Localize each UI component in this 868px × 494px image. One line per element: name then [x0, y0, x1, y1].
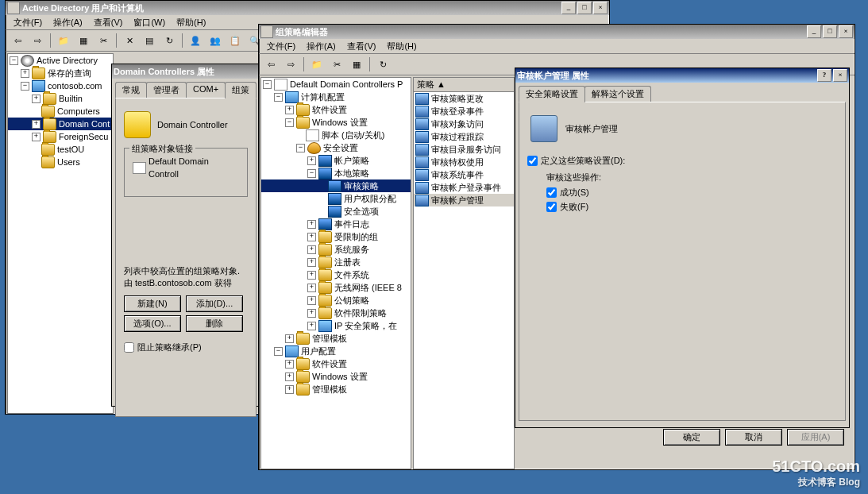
new-button[interactable]: 新建(N) — [124, 295, 181, 312]
tree-item[interactable]: +公钥策略 — [261, 294, 411, 307]
tab[interactable]: COM+ — [186, 82, 226, 98]
tool-icon[interactable]: 👤 — [186, 32, 205, 49]
success-checkbox[interactable]: 成功(S) — [546, 187, 837, 199]
policy-list-item[interactable]: 审核登录事件 — [414, 105, 514, 118]
tab[interactable]: 安全策略设置 — [519, 86, 585, 102]
tree-item[interactable]: +文件系统 — [261, 268, 411, 281]
list-header[interactable]: 策略 ▲ — [414, 78, 514, 92]
titlebar-audit-props[interactable]: 审核帐户管理 属性 ? × — [515, 68, 849, 83]
tool-icon-2[interactable]: 👥 — [206, 32, 225, 49]
policy-list-item[interactable]: 审核特权使用 — [414, 156, 514, 168]
tree-item[interactable]: +管理模板 — [261, 332, 411, 345]
expand-icon[interactable]: + — [32, 120, 41, 129]
up-icon[interactable]: 📁 — [54, 32, 73, 49]
expand-icon[interactable] — [318, 183, 326, 190]
tree-item[interactable]: +系统服务 — [261, 243, 411, 256]
maximize-button[interactable]: □ — [823, 25, 837, 38]
policy-list[interactable]: 策略 ▲ 审核策略更改审核登录事件审核对象访问审核过程跟踪审核目录服务访问审核特… — [413, 77, 515, 469]
expand-icon[interactable]: + — [307, 220, 316, 229]
expand-icon[interactable]: − — [296, 144, 305, 152]
minimize-button[interactable]: _ — [561, 2, 576, 14]
policy-list-item[interactable]: 审核策略更改 — [414, 92, 514, 105]
expand-icon[interactable]: − — [274, 347, 283, 356]
tree-item[interactable]: −用户配置 — [261, 345, 411, 357]
expand-icon[interactable]: + — [285, 360, 294, 369]
tree-item[interactable]: −计算机配置 — [261, 91, 411, 103]
expand-icon[interactable] — [318, 208, 326, 215]
menu-item[interactable]: 帮助(H) — [172, 16, 210, 29]
menu-item[interactable]: 窗口(W) — [129, 16, 170, 29]
close-button[interactable]: × — [833, 69, 847, 82]
delete-icon[interactable]: ✕ — [120, 32, 139, 49]
tree-item[interactable]: +注册表 — [261, 256, 411, 268]
tree-item[interactable]: Computers — [8, 105, 113, 118]
expand-icon[interactable]: + — [307, 296, 316, 305]
tree-item[interactable]: +无线网络 (IEEE 8 — [261, 281, 411, 294]
menu-item[interactable]: 文件(F) — [262, 40, 300, 53]
tree-item[interactable]: 脚本 (启动/关机) — [261, 129, 411, 141]
expand-icon[interactable]: + — [285, 385, 294, 394]
cancel-button[interactable]: 取消 — [725, 429, 782, 446]
tree-item[interactable]: +Windows 设置 — [261, 370, 411, 383]
expand-icon[interactable]: + — [32, 133, 41, 141]
titlebar-gpedit[interactable]: 组策略编辑器 _ □ × — [259, 25, 854, 39]
tree-item[interactable]: +事件日志 — [261, 218, 411, 230]
expand-icon[interactable] — [32, 108, 39, 115]
up-icon[interactable]: 📁 — [307, 56, 326, 73]
tree-item[interactable]: −安全设置 — [261, 141, 411, 154]
refresh-icon[interactable]: ↻ — [373, 56, 392, 73]
refresh-icon[interactable]: ↻ — [160, 32, 179, 49]
menu-item[interactable]: 查看(V) — [89, 16, 128, 29]
expand-icon[interactable]: + — [32, 95, 41, 103]
tree-item[interactable]: testOU — [8, 143, 113, 156]
policy-list-item[interactable]: 审核目录服务访问 — [414, 143, 514, 156]
failure-checkbox[interactable]: 失败(F) — [546, 201, 837, 213]
close-button[interactable]: × — [839, 25, 853, 38]
expand-icon[interactable]: + — [307, 245, 316, 254]
tree-item[interactable]: −Default Domain Controllers P — [261, 78, 411, 91]
policy-list-item[interactable]: 审核系统事件 — [414, 168, 514, 181]
expand-icon[interactable]: − — [285, 118, 294, 127]
expand-icon[interactable]: + — [307, 156, 316, 165]
tree-item[interactable]: −Active Directory — [8, 54, 113, 67]
tree-item[interactable]: +Domain Cont — [8, 118, 113, 130]
tree-gpedit[interactable]: −Default Domain Controllers P−计算机配置+软件设置… — [260, 77, 411, 469]
tree-item[interactable]: −Windows 设置 — [261, 116, 411, 129]
menu-item[interactable]: 帮助(H) — [382, 40, 421, 53]
expand-icon[interactable]: + — [307, 284, 316, 292]
define-settings-checkbox[interactable]: 定义这些策略设置(D): — [527, 155, 837, 167]
policy-list-item[interactable]: 审核帐户登录事件 — [414, 181, 514, 194]
add-button[interactable]: 添加(D)... — [186, 295, 243, 312]
close-button[interactable]: × — [593, 2, 608, 14]
expand-icon[interactable] — [32, 146, 39, 153]
tab[interactable]: 常规 — [115, 82, 147, 98]
policy-list-item[interactable]: 审核对象访问 — [414, 118, 514, 130]
policy-list-item[interactable]: 审核帐户管理 — [414, 194, 514, 206]
policy-list-item[interactable]: 审核过程跟踪 — [414, 130, 514, 143]
expand-icon[interactable] — [296, 132, 303, 139]
expand-icon[interactable]: + — [307, 309, 316, 318]
view-icon[interactable]: ▦ — [74, 32, 93, 49]
expand-icon[interactable]: + — [285, 372, 294, 381]
expand-icon[interactable]: + — [307, 271, 316, 280]
tree-item[interactable]: +帐户策略 — [261, 154, 411, 167]
tree-item[interactable]: +IP 安全策略，在 — [261, 319, 411, 332]
tree-item[interactable]: +ForeignSecu — [8, 130, 113, 143]
expand-icon[interactable]: + — [307, 258, 316, 267]
tree-item[interactable]: −contosob.com — [8, 79, 113, 92]
expand-icon[interactable] — [318, 195, 326, 203]
tree-item[interactable]: 安全选项 — [261, 205, 411, 218]
tree-item[interactable]: −本地策略 — [261, 167, 411, 179]
gpo-link-item[interactable]: Default Domain Controll — [131, 155, 241, 180]
expand-icon[interactable]: + — [307, 233, 316, 241]
tab[interactable]: 解释这个设置 — [584, 86, 651, 102]
tree-item[interactable]: Users — [8, 156, 113, 168]
menu-item[interactable]: 操作(A) — [48, 16, 87, 29]
expand-icon[interactable]: − — [263, 80, 272, 89]
forward-icon[interactable]: ⇨ — [281, 56, 300, 73]
tree-item[interactable]: +软件限制策略 — [261, 307, 411, 319]
properties-icon[interactable]: ▤ — [140, 32, 159, 49]
options-button[interactable]: 选项(O)... — [124, 315, 181, 332]
cut-icon[interactable]: ✂ — [327, 56, 346, 73]
tab[interactable]: 管理者 — [146, 82, 187, 98]
